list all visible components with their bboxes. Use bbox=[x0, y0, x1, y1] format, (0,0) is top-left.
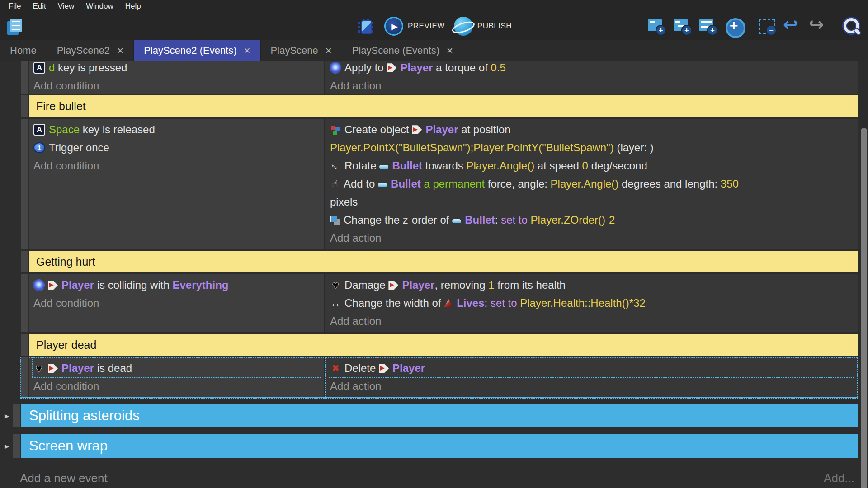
action-instruction[interactable]: Rotate Bullet towards Player.Angle() at … bbox=[329, 157, 854, 175]
close-icon[interactable]: × bbox=[244, 46, 250, 55]
fold-arrow-icon[interactable]: ▶ bbox=[5, 412, 9, 419]
menu-help[interactable]: Help bbox=[119, 0, 147, 13]
project-manager-icon[interactable] bbox=[5, 17, 24, 36]
comment-text[interactable]: Fire bullet bbox=[29, 95, 858, 117]
event-handle[interactable] bbox=[21, 119, 28, 249]
add-new-event[interactable]: Add a new event bbox=[20, 471, 108, 485]
actions-cell: Damage Player, removing 1 from its healt… bbox=[326, 274, 858, 332]
condition-instruction[interactable]: Player is colliding with Everything bbox=[33, 276, 321, 294]
rotate-icon bbox=[328, 158, 343, 174]
group-title[interactable]: Splitting asteroids bbox=[21, 404, 858, 427]
event-handle[interactable] bbox=[21, 274, 28, 332]
comment-row: Player dead bbox=[21, 334, 858, 356]
add-action[interactable]: Add action bbox=[329, 377, 854, 395]
action-instruction[interactable]: Create object Player at position Player.… bbox=[329, 121, 854, 157]
group-title[interactable]: Screen wrap bbox=[21, 434, 858, 458]
player-icon bbox=[412, 125, 422, 134]
action-instruction[interactable]: Delete Player bbox=[329, 359, 854, 377]
condition-instruction[interactable]: Trigger once bbox=[33, 139, 321, 157]
preview-label: PREVIEW bbox=[408, 22, 445, 31]
event-row: Player is colliding with EverythingAdd c… bbox=[21, 274, 858, 332]
add-action[interactable]: Add action bbox=[329, 77, 854, 94]
tab-bar: HomePlayScene2×PlayScene2 (Events)×PlayS… bbox=[0, 40, 868, 61]
heart-icon bbox=[33, 362, 44, 374]
add-event-icon[interactable] bbox=[647, 17, 666, 36]
action-instruction[interactable]: Change the z-order of Bullet: set to Pla… bbox=[329, 211, 854, 229]
add-comment-icon[interactable] bbox=[698, 17, 717, 36]
scrollbar-thumb[interactable] bbox=[861, 128, 867, 488]
condition-instruction[interactable]: Space key is released bbox=[33, 121, 321, 139]
preview-button[interactable]: PREVIEW bbox=[384, 17, 445, 36]
events-footer: Add a new event Add... bbox=[0, 464, 868, 485]
player-icon bbox=[379, 364, 389, 373]
add-condition[interactable]: Add condition bbox=[33, 157, 321, 175]
group-row: ▶Screen wrap bbox=[13, 434, 858, 458]
bullet-icon bbox=[379, 165, 388, 169]
comment-text[interactable]: Player dead bbox=[29, 334, 858, 356]
add-condition[interactable]: Add condition bbox=[33, 77, 321, 94]
toolbar-right bbox=[647, 17, 863, 36]
add-button[interactable]: Add... bbox=[824, 471, 854, 485]
menu-view[interactable]: View bbox=[52, 0, 80, 13]
event-row: Space key is releasedTrigger onceAdd con… bbox=[21, 119, 858, 249]
delete-selection-icon[interactable] bbox=[757, 17, 776, 36]
condition-instruction[interactable]: d key is pressed bbox=[33, 61, 321, 77]
event-handle[interactable] bbox=[21, 334, 28, 356]
lives-icon bbox=[444, 299, 453, 307]
actions-cell: Create object Player at position Player.… bbox=[326, 119, 858, 249]
event-handle[interactable] bbox=[13, 434, 20, 458]
delete-icon bbox=[330, 363, 341, 374]
force-icon bbox=[330, 178, 340, 190]
publish-label: PUBLISH bbox=[477, 22, 512, 31]
add-condition[interactable]: Add condition bbox=[33, 377, 321, 395]
event-handle[interactable] bbox=[21, 357, 28, 397]
conditions-cell: Player is deadAdd condition bbox=[29, 357, 324, 397]
undo-icon[interactable] bbox=[783, 17, 802, 36]
add-new-icon[interactable] bbox=[724, 17, 743, 36]
player-icon bbox=[388, 281, 398, 290]
action-instruction[interactable]: Apply to Player a torque of 0.5 bbox=[329, 61, 854, 77]
search-icon[interactable] bbox=[842, 17, 861, 36]
fold-arrow-icon[interactable]: ▶ bbox=[5, 442, 9, 449]
menu-bar: FileEditViewWindowHelp bbox=[0, 0, 868, 13]
menu-edit[interactable]: Edit bbox=[27, 0, 52, 13]
condition-instruction[interactable]: Player is dead bbox=[33, 359, 321, 377]
action-instruction[interactable]: Damage Player, removing 1 from its healt… bbox=[329, 276, 854, 294]
close-icon[interactable]: × bbox=[326, 46, 332, 55]
event-handle[interactable] bbox=[13, 404, 20, 427]
tab-playscene2[interactable]: PlayScene2× bbox=[47, 40, 134, 61]
tab-label: PlayScene (Events) bbox=[352, 45, 439, 56]
add-condition[interactable]: Add condition bbox=[33, 294, 321, 312]
redo-icon[interactable] bbox=[809, 17, 828, 36]
width-icon bbox=[330, 298, 341, 309]
publish-button[interactable]: PUBLISH bbox=[454, 17, 512, 36]
action-instruction[interactable]: Change the width of Lives: set to Player… bbox=[329, 294, 854, 312]
event-handle[interactable] bbox=[21, 61, 28, 94]
action-instruction[interactable]: Add to Bullet a permanent force, angle: … bbox=[329, 175, 854, 211]
toolbar-separator bbox=[750, 18, 750, 35]
comment-text[interactable]: Getting hurt bbox=[29, 251, 858, 272]
comment-row: Getting hurt bbox=[21, 251, 858, 272]
physics-icon bbox=[33, 280, 44, 291]
menu-window[interactable]: Window bbox=[80, 0, 119, 13]
close-icon[interactable]: × bbox=[447, 46, 453, 55]
app-window: FileEditViewWindowHelp PREVIEW PUBLISH H… bbox=[0, 0, 868, 488]
close-icon[interactable]: × bbox=[117, 46, 123, 55]
event-handle[interactable] bbox=[21, 95, 28, 117]
player-icon bbox=[48, 364, 58, 373]
add-action[interactable]: Add action bbox=[329, 229, 854, 247]
actions-cell: Apply to Player a torque of 0.5Add actio… bbox=[326, 61, 858, 94]
actions-cell: Delete PlayerAdd action bbox=[326, 357, 858, 397]
vertical-scrollbar[interactable] bbox=[860, 61, 868, 488]
tab-playscene[interactable]: PlayScene× bbox=[261, 40, 342, 61]
menu-file[interactable]: File bbox=[3, 0, 27, 13]
tab-playscene-events[interactable]: PlayScene (Events)× bbox=[342, 40, 463, 61]
debug-icon[interactable] bbox=[356, 17, 375, 36]
create-icon bbox=[330, 124, 341, 135]
add-action[interactable]: Add action bbox=[329, 312, 854, 330]
tab-playscene2-events[interactable]: PlayScene2 (Events)× bbox=[134, 40, 260, 61]
add-subevent-icon[interactable] bbox=[673, 17, 692, 36]
event-handle[interactable] bbox=[21, 251, 28, 272]
tab-label: PlayScene2 bbox=[57, 45, 110, 56]
tab-home[interactable]: Home bbox=[0, 40, 47, 61]
